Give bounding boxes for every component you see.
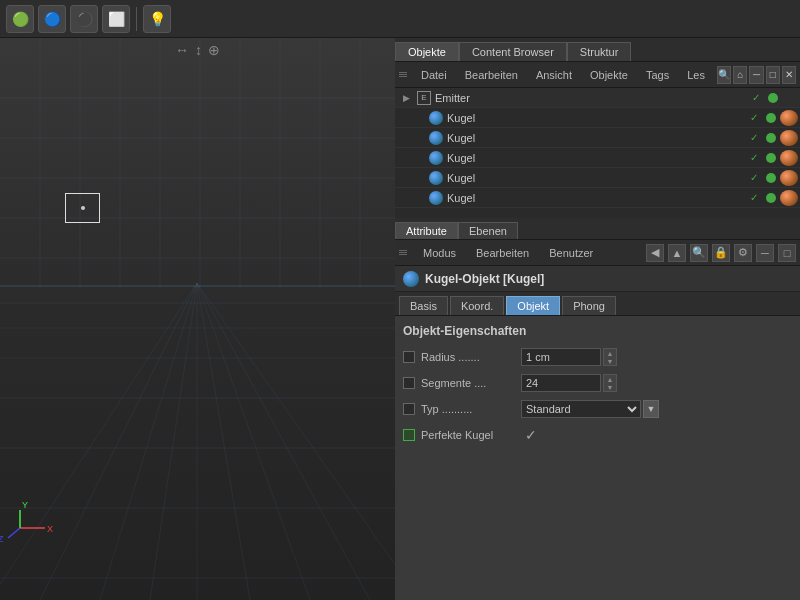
subtab-basis[interactable]: Basis bbox=[399, 296, 448, 315]
typ-select-arrow[interactable]: ▼ bbox=[643, 400, 659, 418]
subtab-koord[interactable]: Koord. bbox=[450, 296, 504, 315]
attr-obj-name: Kugel-Objekt [Kugel] bbox=[425, 272, 544, 286]
obj-row-kugel-2[interactable]: Kugel ✓ bbox=[395, 128, 800, 148]
segmente-input[interactable] bbox=[521, 374, 601, 392]
nav-forward-icon[interactable]: ▲ bbox=[668, 244, 686, 262]
attr-lock-icon[interactable]: 🔒 bbox=[712, 244, 730, 262]
sphere-icon-2 bbox=[429, 131, 443, 145]
toolbar-icon-4[interactable]: ⬜ bbox=[102, 5, 130, 33]
zoom-icon[interactable]: ⊕ bbox=[208, 42, 220, 58]
obj-row-kugel-4[interactable]: Kugel ✓ bbox=[395, 168, 800, 188]
vis-check-5[interactable]: ✓ bbox=[746, 170, 762, 186]
cube-object[interactable] bbox=[65, 193, 100, 223]
home-icon[interactable]: ⌂ bbox=[733, 66, 747, 84]
subtab-phong[interactable]: Phong bbox=[562, 296, 616, 315]
expand-icon-1 bbox=[411, 111, 425, 125]
vis-dot-6[interactable] bbox=[766, 193, 776, 203]
segmente-input-wrap: ▲ ▼ bbox=[521, 374, 617, 392]
emitter-icon: E bbox=[417, 91, 431, 105]
close-icon[interactable]: ✕ bbox=[782, 66, 796, 84]
vis-check-3[interactable]: ✓ bbox=[746, 130, 762, 146]
kugel-name-5: Kugel bbox=[447, 192, 744, 204]
vis-dot-3[interactable] bbox=[766, 133, 776, 143]
segmente-spinner[interactable]: ▲ ▼ bbox=[603, 374, 617, 392]
toolbar-icon-3[interactable]: ⚫ bbox=[70, 5, 98, 33]
svg-text:Y: Y bbox=[22, 500, 28, 510]
search-attr-icon[interactable]: 🔍 bbox=[690, 244, 708, 262]
kugel-name-4: Kugel bbox=[447, 172, 744, 184]
radius-spinner[interactable]: ▲ ▼ bbox=[603, 348, 617, 366]
attr-maximize-icon[interactable]: □ bbox=[778, 244, 796, 262]
tag-slot-1 bbox=[782, 90, 798, 106]
radius-label: Radius ....... bbox=[421, 351, 521, 363]
panel-tabs: Objekte Content Browser Struktur bbox=[395, 38, 800, 62]
typ-checkbox[interactable] bbox=[403, 403, 415, 415]
attr-panel: Attribute Ebenen Modus Bearbeiten Benutz… bbox=[395, 218, 800, 600]
expand-icon-5 bbox=[411, 191, 425, 205]
attr-menu-modus[interactable]: Modus bbox=[415, 245, 464, 261]
vis-check-4[interactable]: ✓ bbox=[746, 150, 762, 166]
move-icon[interactable]: ↔ bbox=[175, 42, 189, 58]
obj-menu-bearbeiten[interactable]: Bearbeiten bbox=[457, 67, 526, 83]
tag-ball-3 bbox=[780, 150, 798, 166]
vis-dot-2[interactable] bbox=[766, 113, 776, 123]
segmente-spinner-up[interactable]: ▲ bbox=[604, 375, 616, 383]
obj-menu-les[interactable]: Les bbox=[679, 67, 713, 83]
attr-toolbar: Modus Bearbeiten Benutzer ◀ ▲ 🔍 🔒 ⚙ ─ □ bbox=[395, 240, 800, 266]
svg-rect-0 bbox=[0, 38, 395, 600]
toolbar-icon-1[interactable]: 🟢 bbox=[6, 5, 34, 33]
typ-select[interactable]: Standard Tetrahedron Hexahedron bbox=[521, 400, 641, 418]
radius-spinner-up[interactable]: ▲ bbox=[604, 349, 616, 357]
vis-dot-1[interactable] bbox=[768, 93, 778, 103]
obj-menu-ansicht[interactable]: Ansicht bbox=[528, 67, 580, 83]
obj-row-kugel-1[interactable]: Kugel ✓ bbox=[395, 108, 800, 128]
tab-attribute[interactable]: Attribute bbox=[395, 222, 458, 239]
tab-ebenen[interactable]: Ebenen bbox=[458, 222, 518, 239]
tab-content-browser[interactable]: Content Browser bbox=[459, 42, 567, 61]
kugel-name-1: Kugel bbox=[447, 112, 744, 124]
toolbar-icon-2[interactable]: 🔵 bbox=[38, 5, 66, 33]
tab-struktur[interactable]: Struktur bbox=[567, 42, 632, 61]
search-icon[interactable]: 🔍 bbox=[717, 66, 731, 84]
attr-menu-benutzer[interactable]: Benutzer bbox=[541, 245, 601, 261]
obj-menu-datei[interactable]: Datei bbox=[413, 67, 455, 83]
obj-row-kugel-5[interactable]: Kugel ✓ bbox=[395, 188, 800, 208]
obj-row-emitter[interactable]: ▶ E Emitter ✓ bbox=[395, 88, 800, 108]
attr-subtabs: Basis Koord. Objekt Phong bbox=[395, 292, 800, 316]
sphere-icon-3 bbox=[429, 151, 443, 165]
nav-back-icon[interactable]: ◀ bbox=[646, 244, 664, 262]
segmente-checkbox[interactable] bbox=[403, 377, 415, 389]
minimize-icon[interactable]: ─ bbox=[749, 66, 763, 84]
expand-icon[interactable]: ▶ bbox=[399, 91, 413, 105]
maximize-icon[interactable]: □ bbox=[766, 66, 780, 84]
subtab-objekt[interactable]: Objekt bbox=[506, 296, 560, 315]
obj-row-kugel-3[interactable]: Kugel ✓ bbox=[395, 148, 800, 168]
radius-spinner-down[interactable]: ▼ bbox=[604, 357, 616, 365]
vis-check-6[interactable]: ✓ bbox=[746, 190, 762, 206]
obj-menu-tags[interactable]: Tags bbox=[638, 67, 677, 83]
radius-checkbox[interactable] bbox=[403, 351, 415, 363]
perfekte-checkbox[interactable] bbox=[403, 429, 415, 441]
obj-toolbar: Datei Bearbeiten Ansicht Objekte Tags Le… bbox=[395, 62, 800, 88]
attr-minimize-icon[interactable]: ─ bbox=[756, 244, 774, 262]
radius-input[interactable] bbox=[521, 348, 601, 366]
typ-select-wrap: Standard Tetrahedron Hexahedron ▼ bbox=[521, 400, 659, 418]
toolbar-icon-5[interactable]: 💡 bbox=[143, 5, 171, 33]
tag-ball-4 bbox=[780, 170, 798, 186]
attr-menu-bearbeiten[interactable]: Bearbeiten bbox=[468, 245, 537, 261]
object-list[interactable]: ▶ E Emitter ✓ Kugel ✓ Kugel bbox=[395, 88, 800, 218]
segmente-spinner-down[interactable]: ▼ bbox=[604, 383, 616, 391]
attr-settings-icon[interactable]: ⚙ bbox=[734, 244, 752, 262]
prop-row-typ: Typ .......... Standard Tetrahedron Hexa… bbox=[403, 398, 792, 420]
vis-check-1[interactable]: ✓ bbox=[748, 90, 764, 106]
viewport[interactable]: X Y Z ↔ ↕ ⊕ bbox=[0, 38, 395, 600]
vis-dot-5[interactable] bbox=[766, 173, 776, 183]
tab-objekte[interactable]: Objekte bbox=[395, 42, 459, 61]
pan-down-icon[interactable]: ↕ bbox=[195, 42, 202, 58]
attr-tabs: Attribute Ebenen bbox=[395, 218, 800, 240]
vis-dot-4[interactable] bbox=[766, 153, 776, 163]
vis-check-2[interactable]: ✓ bbox=[746, 110, 762, 126]
obj-menu-objekte[interactable]: Objekte bbox=[582, 67, 636, 83]
perfekte-label: Perfekte Kugel bbox=[421, 429, 521, 441]
svg-text:X: X bbox=[47, 524, 53, 534]
